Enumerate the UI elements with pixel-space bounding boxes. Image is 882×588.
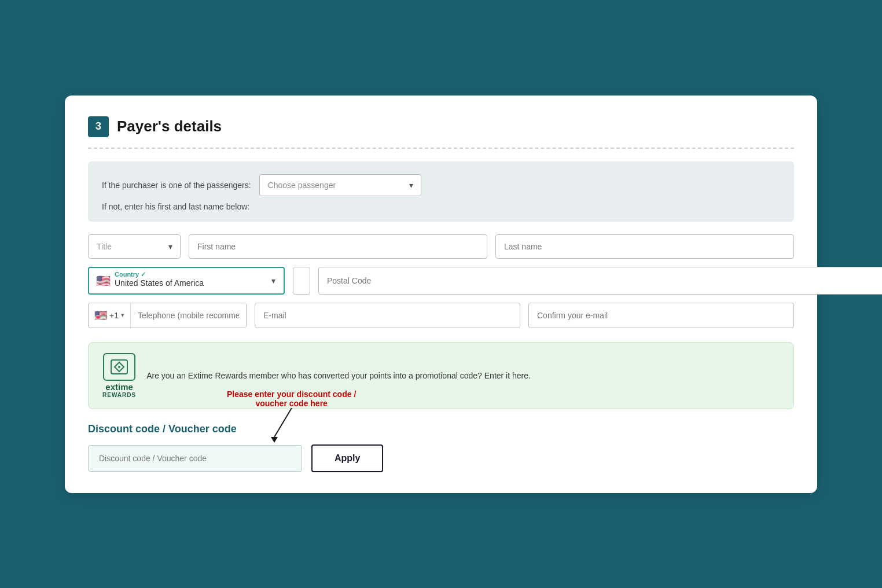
extime-logo-text: extime REWARDS bbox=[102, 382, 136, 398]
last-name-input[interactable] bbox=[495, 234, 794, 259]
extime-message: Are you an Extime Rewards member who has… bbox=[146, 371, 531, 380]
confirm-email-input[interactable] bbox=[528, 303, 794, 328]
phone-code-text: +1 bbox=[109, 311, 119, 320]
first-name-input[interactable] bbox=[189, 234, 487, 259]
discount-section: Discount code / Voucher code Please ente… bbox=[88, 423, 794, 472]
extime-logo-icon bbox=[110, 359, 128, 375]
title-select[interactable]: Title Mr Mrs Ms bbox=[88, 234, 181, 259]
extime-sub: REWARDS bbox=[102, 392, 136, 398]
svg-point-1 bbox=[118, 366, 120, 368]
postal-code-input[interactable] bbox=[318, 267, 882, 295]
step-badge: 3 bbox=[88, 116, 109, 137]
phone-input[interactable] bbox=[131, 303, 246, 328]
country-label: Country ✓ bbox=[115, 271, 146, 278]
page-title: Payer's details bbox=[117, 117, 222, 135]
choose-passenger-select[interactable]: Choose passenger bbox=[259, 174, 421, 196]
discount-title: Discount code / Voucher code bbox=[88, 423, 794, 435]
country-field[interactable]: 🇺🇸 Country ✓ United States of America bbox=[88, 267, 285, 295]
discount-input-row: Please enter your discount code / vouche… bbox=[88, 444, 794, 472]
us-flag-icon: 🇺🇸 bbox=[96, 275, 111, 286]
purchaser-label: If the purchaser is one of the passenger… bbox=[102, 181, 251, 190]
extime-logo: extime REWARDS bbox=[102, 353, 136, 398]
if-not-label: If not, enter his first and last name be… bbox=[102, 202, 780, 211]
payers-details-card: 3 Payer's details If the purchaser is on… bbox=[65, 95, 817, 493]
phone-wrapper: 🇺🇸 +1 ▾ bbox=[88, 303, 247, 328]
phone-flag-icon: 🇺🇸 bbox=[94, 309, 107, 322]
phone-chevron-icon: ▾ bbox=[121, 311, 124, 319]
discount-row: Apply bbox=[88, 444, 794, 472]
discount-code-input[interactable] bbox=[88, 445, 302, 472]
country-dropdown[interactable]: 🇺🇸 Country ✓ United States of America bbox=[88, 267, 285, 295]
address-input[interactable] bbox=[293, 267, 310, 295]
section-header: 3 Payer's details bbox=[88, 116, 794, 137]
contact-row: 🇺🇸 +1 ▾ bbox=[88, 303, 794, 328]
svg-marker-3 bbox=[271, 437, 278, 443]
address-row: 🇺🇸 Country ✓ United States of America bbox=[88, 267, 794, 295]
passenger-select-row: If the purchaser is one of the passenger… bbox=[102, 174, 780, 196]
title-select-wrapper: Title Mr Mrs Ms bbox=[88, 234, 181, 259]
extime-logo-box bbox=[103, 353, 135, 381]
divider bbox=[88, 148, 794, 149]
email-input[interactable] bbox=[255, 303, 520, 328]
name-row: Title Mr Mrs Ms bbox=[88, 234, 794, 259]
apply-button[interactable]: Apply bbox=[311, 444, 383, 472]
discount-input-wrapper bbox=[88, 445, 302, 472]
passenger-section: If the purchaser is one of the passenger… bbox=[88, 161, 794, 222]
country-value: United States of America bbox=[115, 278, 262, 288]
extime-name: extime bbox=[102, 382, 136, 392]
phone-code-select[interactable]: 🇺🇸 +1 ▾ bbox=[89, 303, 131, 328]
passenger-select-wrapper: Choose passenger bbox=[259, 174, 421, 196]
extime-banner: extime REWARDS Are you an Extime Rewards… bbox=[88, 342, 794, 409]
